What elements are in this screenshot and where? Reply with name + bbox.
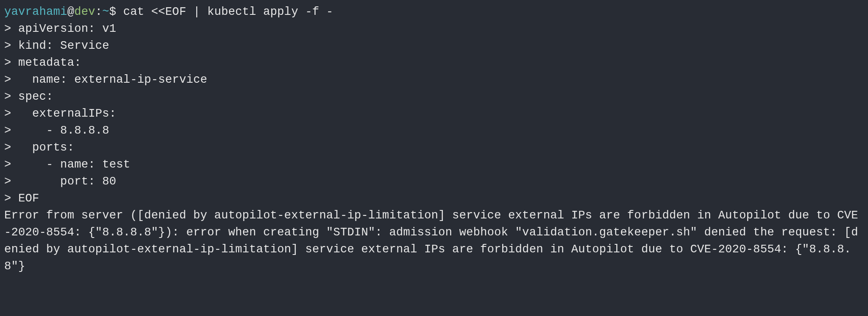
- heredoc-line: > - name: test: [4, 158, 130, 171]
- prompt-at: @: [67, 5, 75, 18]
- heredoc-line: > externalIPs:: [4, 107, 116, 120]
- prompt-path: ~: [102, 5, 109, 18]
- prompt-user: yavrahami: [4, 5, 67, 18]
- error-output: Error from server ([denied by autopilot-…: [4, 209, 858, 273]
- heredoc-line: > - 8.8.8.8: [4, 124, 109, 137]
- heredoc-line: > apiVersion: v1: [4, 22, 116, 35]
- heredoc-line: > metadata:: [4, 56, 81, 69]
- heredoc-line: > name: external-ip-service: [4, 73, 207, 86]
- command-text: cat <<EOF | kubectl apply -f -: [123, 5, 333, 18]
- heredoc-line: > port: 80: [4, 175, 116, 188]
- terminal[interactable]: yavrahami@dev:~$ cat <<EOF | kubectl app…: [0, 0, 868, 316]
- heredoc-line: > kind: Service: [4, 39, 109, 52]
- prompt-dollar: $: [109, 5, 123, 18]
- heredoc-line: > ports:: [4, 141, 74, 154]
- prompt-host: dev: [74, 5, 95, 18]
- prompt-sep: :: [95, 5, 103, 18]
- heredoc-line: > EOF: [4, 192, 39, 205]
- heredoc-line: > spec:: [4, 90, 53, 103]
